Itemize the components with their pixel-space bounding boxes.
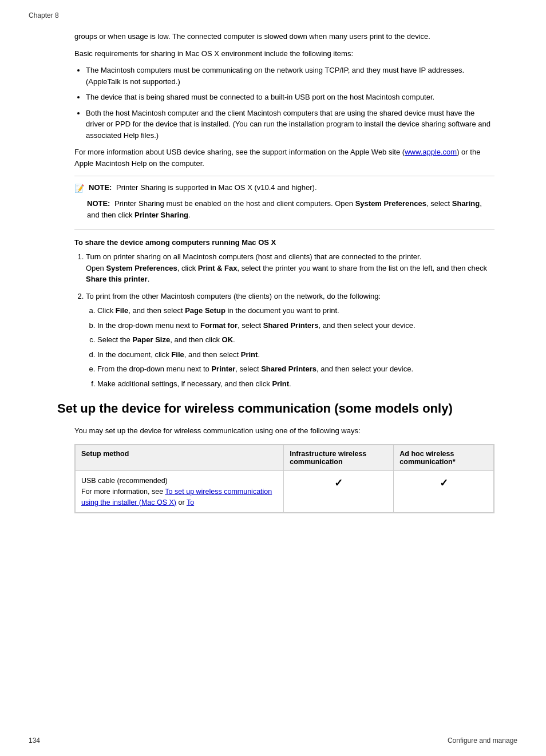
list-item: The Macintosh computers must be communic… [86, 65, 494, 87]
table-row: USB cable (recommended) For more informa… [76, 471, 494, 513]
more-info-para: For more information about USB device sh… [74, 147, 494, 169]
section-heading: Set up the device for wireless communica… [57, 401, 494, 417]
section-content: You may set up the device for wireless c… [74, 425, 494, 514]
table-cell-adhoc: ✓ [394, 471, 494, 513]
intro-para-2: Basic requirements for sharing in Mac OS… [74, 48, 494, 60]
substep-f: Make additional settings, if necessary, … [97, 378, 494, 390]
procedure-heading: To share the device among computers runn… [74, 238, 494, 247]
intro-para-1: groups or when usage is low. The connect… [74, 31, 494, 42]
note-icon: 📝 [74, 183, 84, 195]
installer-link-to[interactable]: To [187, 498, 194, 506]
substep-d: In the document, click File, and then se… [97, 349, 494, 361]
list-item: The device that is being shared must be … [86, 92, 494, 103]
table-cell-infra: ✓ [284, 471, 394, 513]
infra-checkmark: ✓ [334, 477, 343, 489]
section-intro: You may set up the device for wireless c… [74, 425, 494, 437]
col-header-adhoc: Ad hoc wireless communication* [394, 445, 494, 471]
substep-e: From the drop-down menu next to Printer,… [97, 363, 494, 375]
apple-link[interactable]: www.apple.com [405, 148, 457, 156]
footer-section: Configure and manage [448, 737, 517, 745]
table-header-row: Setup method Infrastructure wireless com… [76, 445, 494, 471]
note-line-1: 📝 NOTE: Printer Sharing is supported in … [74, 182, 494, 195]
content-block: groups or when usage is low. The connect… [74, 31, 494, 389]
page: Chapter 8 groups or when usage is low. T… [0, 0, 546, 756]
adhoc-checkmark: ✓ [440, 477, 448, 489]
step-1: Turn on printer sharing on all Macintosh… [86, 251, 494, 285]
note-box: 📝 NOTE: Printer Sharing is supported in … [74, 176, 494, 230]
col-header-infra: Infrastructure wireless communication [284, 445, 394, 471]
section-heading-container: Set up the device for wireless communica… [57, 401, 494, 417]
footer: 134 Configure and manage [29, 737, 517, 745]
substep-b: In the drop-down menu next to Format for… [97, 320, 494, 331]
col-header-setup: Setup method [76, 445, 284, 471]
note-line-2: NOTE: Printer Sharing must be enabled on… [87, 198, 494, 220]
substep-c: Select the Paper Size, and then click OK… [97, 334, 494, 346]
setup-table-container: Setup method Infrastructure wireless com… [74, 444, 494, 513]
sub-steps-list: Click File, and then select Page Setup i… [97, 305, 494, 389]
footer-page-number: 134 [29, 737, 40, 745]
list-item: Both the host Macintosh computer and the… [86, 108, 494, 141]
setup-table: Setup method Infrastructure wireless com… [75, 445, 494, 513]
chapter-label: Chapter 8 [29, 11, 517, 19]
main-steps-list: Turn on printer sharing on all Macintosh… [86, 251, 494, 389]
substep-a: Click File, and then select Page Setup i… [97, 305, 494, 316]
requirements-list: The Macintosh computers must be communic… [86, 65, 494, 141]
table-cell-method: USB cable (recommended) For more informa… [76, 471, 284, 513]
step-2: To print from the other Macintosh comput… [86, 291, 494, 390]
chapter-text: Chapter 8 [29, 11, 59, 19]
